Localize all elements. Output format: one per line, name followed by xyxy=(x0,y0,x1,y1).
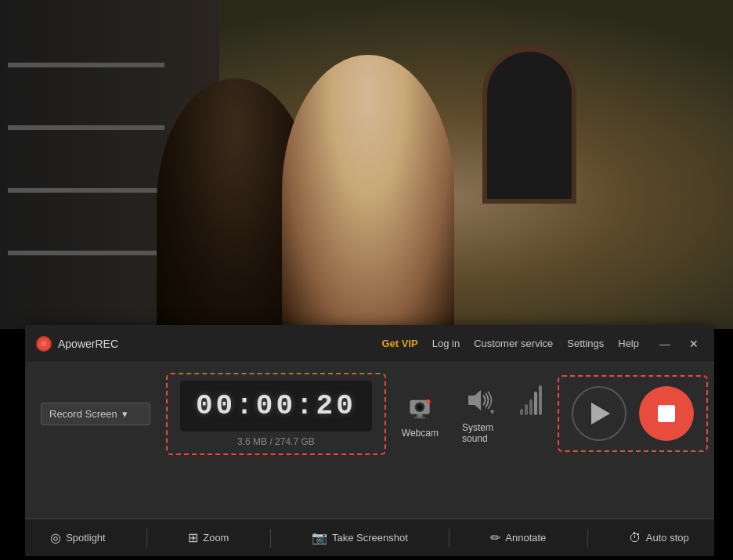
sound-svg: ▾ xyxy=(462,383,496,417)
close-button[interactable]: ✕ xyxy=(684,336,703,352)
bottom-toolbar: ◎ Spotlight ⊞ Zoom 📷 Take Screenshot ✏ A… xyxy=(25,518,714,556)
svg-point-4 xyxy=(426,399,430,403)
zoom-button[interactable]: ⊞ Zoom xyxy=(179,526,238,550)
person-right xyxy=(282,55,454,329)
volume-bar-5 xyxy=(539,385,542,415)
system-sound-icon: ▾ xyxy=(462,383,496,417)
webcam-icon xyxy=(403,388,437,423)
media-controls: Webcam ▾ System sound xyxy=(402,383,542,444)
app-panel: ApowerREC Get VIP Log in Customer servic… xyxy=(25,325,714,556)
svg-rect-6 xyxy=(414,417,425,418)
app-title: ApowerREC xyxy=(58,338,118,350)
record-mode-dropdown[interactable]: Record Screen ▾ xyxy=(41,403,150,425)
svg-text:▾: ▾ xyxy=(490,407,494,416)
auto-stop-label: Auto stop xyxy=(646,532,689,544)
zoom-label: Zoom xyxy=(203,532,229,544)
toolbar-divider-3 xyxy=(449,529,450,547)
storage-info: 3.6 MB / 274.7 GB xyxy=(237,436,315,447)
svg-marker-7 xyxy=(468,390,481,410)
volume-bar-4 xyxy=(534,392,537,415)
system-sound-button[interactable]: ▾ System sound xyxy=(462,383,496,444)
video-background xyxy=(0,0,733,329)
timer-section: 00:00:20 3.6 MB / 274.7 GB xyxy=(166,373,386,455)
screenshot-label: Take Screenshot xyxy=(332,532,408,544)
auto-stop-icon: ⏱ xyxy=(629,531,641,545)
window-controls: — ✕ xyxy=(655,336,703,352)
annotate-label: Annotate xyxy=(505,532,546,544)
nav-menu: Get VIP Log in Customer service Settings… xyxy=(381,338,639,349)
dropdown-arrow-icon: ▾ xyxy=(122,408,128,420)
stop-record-button[interactable] xyxy=(639,386,694,441)
zoom-icon: ⊞ xyxy=(188,530,198,545)
webcam-button[interactable]: Webcam xyxy=(402,388,439,439)
svg-point-3 xyxy=(418,405,422,409)
toolbar-divider-2 xyxy=(270,529,271,547)
screenshot-button[interactable]: 📷 Take Screenshot xyxy=(302,526,417,550)
volume-bars xyxy=(520,396,542,431)
nav-customer-service[interactable]: Customer service xyxy=(474,338,553,349)
toolbar-divider-1 xyxy=(146,529,147,547)
spotlight-icon: ◎ xyxy=(50,530,61,545)
annotate-icon: ✏ xyxy=(490,530,500,545)
screenshot-icon: 📷 xyxy=(312,530,327,545)
auto-stop-button[interactable]: ⏱ Auto stop xyxy=(619,526,699,550)
nav-login[interactable]: Log in xyxy=(432,338,460,349)
system-sound-label: System sound xyxy=(462,422,496,444)
spotlight-label: Spotlight xyxy=(66,532,106,544)
volume-bar-2 xyxy=(525,404,528,415)
toolbar-divider-4 xyxy=(587,529,588,547)
svg-rect-5 xyxy=(417,414,423,417)
timer-display: 00:00:20 xyxy=(180,381,372,432)
play-button[interactable] xyxy=(572,386,626,441)
volume-bar-3 xyxy=(529,399,533,415)
spotlight-button[interactable]: ◎ Spotlight xyxy=(41,526,115,550)
app-titlebar: ApowerREC Get VIP Log in Customer servic… xyxy=(25,325,714,363)
scene-door xyxy=(482,47,576,204)
nav-help[interactable]: Help xyxy=(618,338,639,349)
annotate-button[interactable]: ✏ Annotate xyxy=(481,526,555,550)
record-mode-label: Record Screen xyxy=(49,408,117,420)
action-buttons xyxy=(558,375,708,452)
nav-get-vip[interactable]: Get VIP xyxy=(381,338,417,349)
webcam-label: Webcam xyxy=(402,428,439,439)
video-area xyxy=(0,0,733,329)
webcam-svg xyxy=(406,392,434,420)
volume-bar-1 xyxy=(520,409,523,415)
minimize-button[interactable]: — xyxy=(655,336,675,352)
nav-settings[interactable]: Settings xyxy=(567,338,604,349)
app-logo xyxy=(36,336,52,352)
app-content: Record Screen ▾ 00:00:20 3.6 MB / 274.7 … xyxy=(25,363,714,464)
